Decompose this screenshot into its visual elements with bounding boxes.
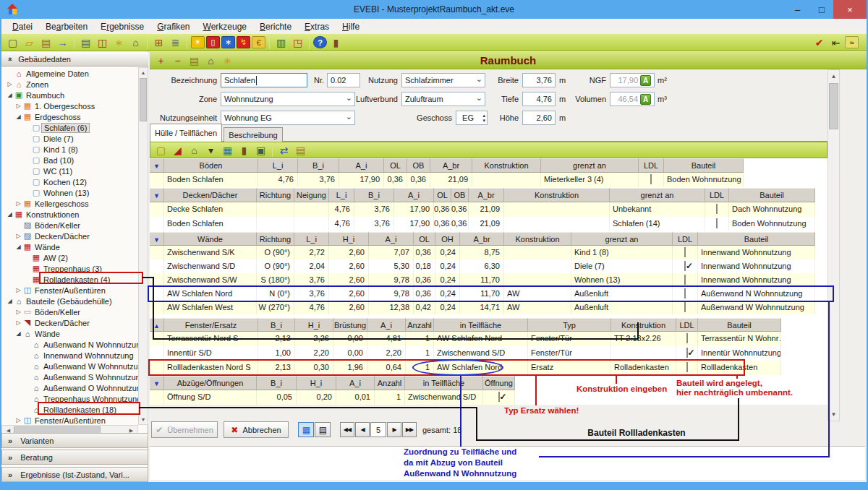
filter-button[interactable]: ▲	[150, 318, 164, 332]
minimize-button[interactable]: –	[785, 0, 810, 19]
column-header-ldl[interactable]: LDL	[639, 158, 664, 173]
roof-icon[interactable]: ◢	[170, 143, 185, 157]
column-header-b-i[interactable]: B_i	[257, 376, 297, 390]
nutzungseinheit-select[interactable]: Wohnung EG⌄	[221, 111, 355, 125]
column-header-a-br[interactable]: A_br	[460, 232, 504, 246]
bezeichnung-input[interactable]: Schlafen	[221, 73, 307, 87]
column-header-fenster-ersatz[interactable]: Fenster/Ersatz	[164, 318, 258, 332]
ldl-checkbox[interactable]	[684, 302, 686, 312]
menu-hilfe[interactable]: Hilfe	[336, 20, 366, 33]
menu-werkzeuge[interactable]: Werkzeuge	[197, 20, 253, 33]
ldl-checkbox[interactable]	[684, 275, 686, 285]
column-header-ol[interactable]: OL	[434, 188, 451, 202]
tree-item-zonen[interactable]: ▷⌂Zonen	[1, 79, 138, 90]
column-header-grenzt-an[interactable]: grenzt an	[610, 188, 705, 202]
scroll-up-icon[interactable]: ▲	[828, 73, 839, 79]
ldl-checkbox[interactable]	[716, 204, 718, 214]
tree-item-kellergeschoss[interactable]: ▷▦Kellergeschoss	[1, 198, 138, 209]
column-header-a-br[interactable]: A_br	[469, 188, 504, 202]
tree-item-wände[interactable]: ◢▦Wände	[1, 241, 138, 252]
menu-ergebnisse[interactable]: Ergebnisse	[94, 20, 150, 33]
tree-item-konstruktionen[interactable]: ◢▦Konstruktionen	[1, 209, 138, 220]
tab-beschreibung[interactable]: Beschreibung	[224, 127, 283, 142]
tree-item-bad-10[interactable]: ▢Bad (10)	[1, 155, 138, 166]
menu-extras[interactable]: Extras	[298, 20, 336, 33]
column-header-konstruktion[interactable]: Konstruktion	[472, 158, 541, 173]
filter-button[interactable]: ▼	[150, 232, 164, 246]
power-icon[interactable]: ↯	[237, 36, 250, 48]
column-header-konstruktion[interactable]: Konstruktion	[504, 232, 571, 246]
auto-calc-badge[interactable]: A	[640, 75, 651, 86]
column-header-anzahl[interactable]: Anzahl	[375, 376, 405, 390]
column-header-a-i[interactable]: A_i	[394, 188, 434, 202]
tree-item-kind-1-8[interactable]: ▢Kind 1 (8)	[1, 144, 138, 155]
page-number-input[interactable]: 5	[370, 422, 386, 437]
expanded-icon[interactable]: ◢	[14, 113, 22, 120]
menu-bearbeiten[interactable]: Bearbeiten	[39, 20, 94, 33]
table-row-boden-schlafen[interactable]: Boden Schlafen4,763,7617,900,360,3621,09…	[150, 217, 815, 231]
chevron-down-icon[interactable]: ⌄	[346, 112, 352, 121]
column-header-konstruktion[interactable]: Konstruktion	[504, 188, 610, 202]
column-header-konstruktion[interactable]: Konstruktion	[611, 318, 676, 332]
column-header-ldl[interactable]: LDL	[676, 318, 698, 332]
tree-item-wc-11[interactable]: ▢WC (11)	[1, 166, 138, 176]
scroll-down-icon[interactable]: ▼	[828, 411, 839, 418]
auto-calc-badge[interactable]: A	[640, 94, 651, 105]
column-header-ldl[interactable]: LDL	[673, 232, 698, 246]
pdf-export-icon[interactable]: ◳	[290, 35, 305, 49]
tree-item-kochen-12[interactable]: ▢Kochen (12)	[1, 176, 138, 187]
collapsed-icon[interactable]: ▷	[14, 233, 22, 239]
save-icon[interactable]: ▣	[253, 143, 268, 157]
tree-item-böden-keller[interactable]: ▨Böden/Keller	[1, 220, 138, 231]
tree-item-schlafen-6[interactable]: ▢Schlafen (6)	[1, 122, 138, 133]
tree-item-böden-keller[interactable]: ▷▭Böden/Keller	[1, 306, 138, 317]
nav-last-button[interactable]: ▶▶	[402, 422, 417, 437]
collapsed-icon[interactable]: ▷	[14, 287, 22, 293]
column-header-l-i[interactable]: L_i	[329, 188, 354, 202]
exit-door-icon[interactable]: ▮	[328, 35, 344, 49]
scroll-down-icon[interactable]: ▼	[139, 417, 148, 422]
collapsed-icon[interactable]: ▷	[14, 417, 22, 424]
column-header-wände[interactable]: Wände	[164, 232, 257, 246]
new-file-icon[interactable]: ▢	[5, 35, 20, 49]
column-header-bauteil[interactable]: Bauteil	[698, 318, 781, 332]
door-icon[interactable]: ▮	[237, 143, 252, 157]
column-header-öffnung[interactable]: Öffnung	[483, 376, 515, 390]
column-header-ol[interactable]: OL	[384, 158, 407, 173]
ldl-checkbox[interactable]	[684, 247, 686, 257]
column-header-grenzt-an[interactable]: grenzt an	[541, 158, 639, 173]
expanded-icon[interactable]: ◢	[14, 244, 22, 250]
filter-button[interactable]: ▼	[150, 188, 164, 202]
column-header-böden[interactable]: Böden	[164, 158, 258, 173]
tree-item-aw-2[interactable]: ▦AW (2)	[1, 252, 138, 263]
column-header-h-i[interactable]: H_i	[297, 376, 336, 390]
layers-icon[interactable]: ≣	[168, 35, 183, 49]
collapsed-icon[interactable]: ▷	[14, 319, 22, 326]
column-header-a-i[interactable]: A_i	[336, 376, 375, 390]
column-header-h-i[interactable]: H_i	[329, 232, 369, 246]
view-form-toggle[interactable]: ▦	[298, 422, 314, 437]
tree-item-decken-dächer[interactable]: ▷▨Decken/Dächer	[1, 231, 138, 241]
expanded-icon[interactable]: ◢	[6, 211, 14, 218]
column-header-bauteil[interactable]: Bauteil	[698, 232, 815, 246]
close-button[interactable]: ×	[833, 0, 867, 19]
table-row-decke-schlafen[interactable]: Decke Schlafen4,763,7617,900,360,3621,09…	[150, 202, 815, 217]
ldl-checkbox[interactable]	[686, 333, 688, 343]
main-scrollbar-thumb[interactable]	[829, 83, 838, 129]
table-row-zwischenwand-s-k[interactable]: Zwischenwand S/KO (90°)2,722,607,070,360…	[150, 246, 815, 259]
tree-scrollbar-thumb[interactable]	[140, 78, 147, 121]
zone-select[interactable]: Wohnnutzung⌄	[221, 92, 355, 106]
column-header-a-br[interactable]: A_br	[430, 158, 472, 173]
import-icon[interactable]: ⇤	[828, 35, 843, 49]
expanded-icon[interactable]: ◢	[6, 92, 14, 98]
column-header-oh[interactable]: OH	[435, 232, 460, 246]
collapsed-icon[interactable]: ▷	[14, 309, 22, 315]
building-icon[interactable]: ⌂	[128, 35, 143, 49]
breite-input[interactable]: 3,76	[522, 73, 556, 87]
new-surface-icon[interactable]: ▢	[153, 143, 169, 157]
tree-item-diele-7[interactable]: ▢Diele (7)	[1, 133, 138, 144]
fan-icon[interactable]: ∗	[221, 36, 235, 48]
filter-button[interactable]: ▼	[150, 158, 164, 173]
column-header-h-i[interactable]: H_i	[295, 318, 333, 332]
column-header-bauteil[interactable]: Bauteil	[664, 158, 744, 173]
